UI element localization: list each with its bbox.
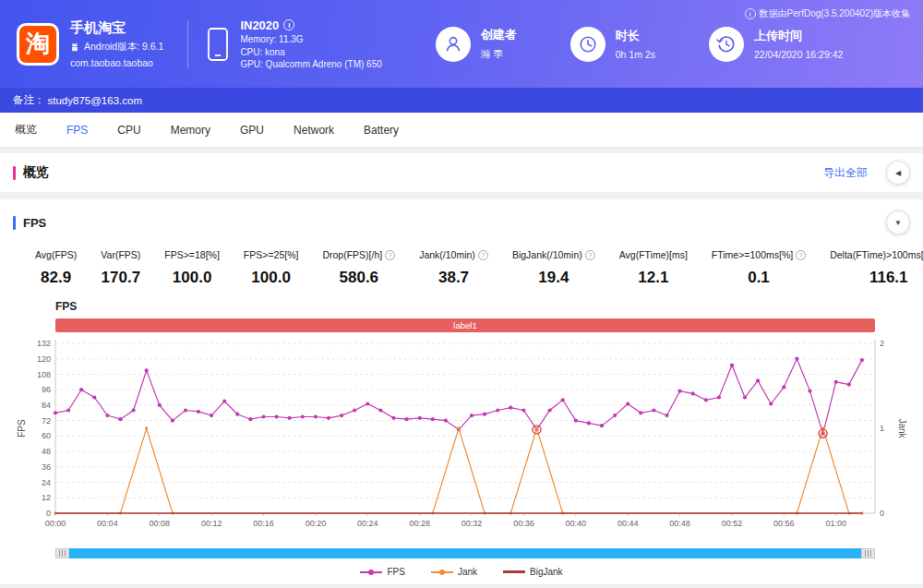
svg-text:0: 0 [880,509,884,518]
creator-value: 瀚 季 [481,48,517,61]
legend-marker-icon [431,571,453,573]
chart-label1-banner: label1 [55,318,875,332]
device-gpu: GPU: Qualcomm Adreno (TM) 650 [240,59,381,69]
section-accent [13,166,16,180]
svg-text:1: 1 [880,424,884,433]
chart-scrollbar[interactable] [55,548,875,558]
stat-value: 19.4 [538,269,569,287]
fps-collapse-button[interactable]: ▼ [886,210,910,234]
svg-text:00:56: 00:56 [773,519,795,528]
svg-text:FPS: FPS [17,419,27,438]
svg-text:00:04: 00:04 [97,519,118,528]
svg-text:0: 0 [46,509,51,518]
phone-icon [207,27,229,62]
svg-text:00:44: 00:44 [617,519,639,528]
device-info-icon[interactable]: i [283,19,294,30]
grip-icon [59,550,66,557]
overview-collapse-button[interactable]: ◀ [886,161,910,185]
stat-value: 170.7 [102,269,141,287]
svg-text:120: 120 [37,354,51,364]
tab-network[interactable]: Network [294,124,334,137]
svg-text:00:08: 00:08 [149,519,170,528]
scrollbar-track[interactable] [69,548,861,558]
device-name: IN2020 [240,18,279,32]
app-info: 手机淘宝 Android版本: 9.6.1 com.taobao.taobao [70,19,163,68]
svg-text:00:52: 00:52 [722,519,743,528]
svg-text:00:12: 00:12 [201,519,222,528]
legend-item-fps[interactable]: FPS [360,567,404,577]
stat-label: Jank(/10min)? [419,249,488,260]
stat-value: 38.7 [438,269,469,287]
stat-column-4: Drop(FPS)[/h]?580.6 [322,249,395,287]
stat-label: FPS>=25[%] [244,249,299,260]
info-icon: i [745,8,756,19]
svg-text:00:16: 00:16 [253,519,274,528]
duration-block: 时长 0h 1m 2s [570,27,655,62]
upload-time-block: 上传时间 22/04/2020 16:29:42 [709,27,843,62]
svg-text:00:00: 00:00 [45,519,66,528]
tab-cpu[interactable]: CPU [117,124,140,137]
svg-text:12: 12 [42,493,51,502]
info-icon[interactable]: ? [585,250,595,260]
stat-column-0: Avg(FPS)82.9 [35,249,77,287]
stat-label: Delta(FTime)>100ms[/h]? [830,249,923,260]
stat-column-2: FPS>=18[%]100.0 [164,249,220,287]
creator-label: 创建者 [481,27,517,43]
info-icon[interactable]: ? [478,250,488,260]
svg-text:00:20: 00:20 [306,519,327,528]
tab-overview[interactable]: 概览 [15,122,37,138]
legend-label: FPS [387,567,404,577]
overview-section-header: 概览 导出全部 ◀ [0,153,923,192]
info-icon[interactable]: ? [385,250,395,260]
stat-column-6: BigJank(/10min)?19.4 [512,249,595,287]
creator-icon [436,27,471,62]
svg-text:00:36: 00:36 [513,519,534,528]
tab-fps[interactable]: FPS [66,124,88,137]
svg-text:00:24: 00:24 [357,519,378,528]
stat-value: 580.6 [340,269,379,287]
tab-battery[interactable]: Battery [364,124,399,137]
svg-text:96: 96 [42,385,51,394]
duration-clock-icon [570,27,605,62]
report-header: 淘 手机淘宝 Android版本: 9.6.1 com.taobao.taoba… [0,0,923,88]
svg-text:01:00: 01:00 [825,519,846,528]
legend-item-bigjank[interactable]: BigJank [503,567,563,577]
scrollbar-right-handle[interactable] [861,548,875,558]
scrollbar-left-handle[interactable] [55,548,69,558]
device-cpu: CPU: kona [240,47,381,57]
legend-label: Jank [458,567,477,577]
info-icon[interactable]: ? [796,250,806,260]
legend-marker-icon [360,571,382,573]
stat-value: 12.1 [638,269,668,287]
tab-memory[interactable]: Memory [171,124,210,137]
stat-value: 0.1 [748,269,770,287]
export-all-link[interactable]: 导出全部 [823,165,868,181]
note-value: study875@163.com [48,95,142,106]
duration-label: 时长 [616,28,655,44]
fps-panel: FPS ▼ Avg(FPS)82.9Var(FPS)170.7FPS>=18[%… [0,199,923,584]
fps-chart: 0122436486072849610812013201200:0000:040… [13,336,910,537]
stat-value: 100.0 [251,269,291,287]
stat-label: FPS>=18[%] [164,249,220,260]
tab-bar: 概览FPSCPUMemoryGPUNetworkBattery [0,113,923,148]
duration-value: 0h 1m 2s [616,49,655,60]
stat-label: Drop(FPS)[/h]? [322,249,395,260]
svg-text:2: 2 [880,339,884,348]
android-icon [70,42,79,53]
stat-column-1: Var(FPS)170.7 [101,249,140,287]
svg-text:00:32: 00:32 [462,519,483,528]
stat-label: Avg(FPS) [35,249,77,260]
package-name: com.taobao.taobao [70,57,163,68]
stat-column-5: Jank(/10min)?38.7 [419,249,488,287]
svg-text:48: 48 [42,447,51,456]
stat-column-7: Avg(FTime)[ms]12.1 [619,249,688,287]
legend-item-jank[interactable]: Jank [431,567,477,577]
tab-gpu[interactable]: GPU [240,124,264,137]
svg-text:Jank: Jank [897,418,907,438]
device-block: IN2020 i Memory: 11.3G CPU: kona GPU: Qu… [207,18,381,70]
svg-text:00:40: 00:40 [566,519,587,528]
collect-note: i 数据由PerfDog(3.5.200402)版本收集 [745,7,910,20]
stat-label: Avg(FTime)[ms] [619,249,688,260]
android-version: Android版本: 9.6.1 [84,41,163,54]
chart-title: FPS [55,300,910,313]
